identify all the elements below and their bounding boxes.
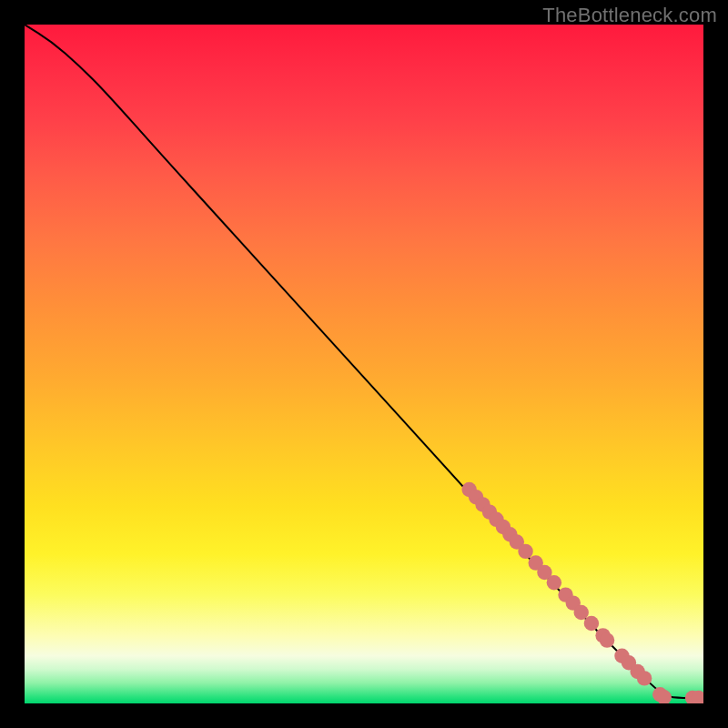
- chart-stage: TheBottleneck.com: [0, 0, 728, 728]
- data-point: [584, 616, 599, 631]
- data-point: [518, 544, 532, 559]
- curve-layer: [25, 25, 703, 698]
- chart-svg: [25, 25, 703, 703]
- data-point: [600, 632, 614, 647]
- data-point: [574, 605, 589, 620]
- data-point: [637, 671, 652, 685]
- bottleneck-curve: [25, 25, 703, 698]
- watermark-text: TheBottleneck.com: [542, 4, 717, 27]
- scatter-layer: [461, 482, 703, 703]
- data-point: [547, 575, 561, 590]
- plot-area: [25, 25, 703, 703]
